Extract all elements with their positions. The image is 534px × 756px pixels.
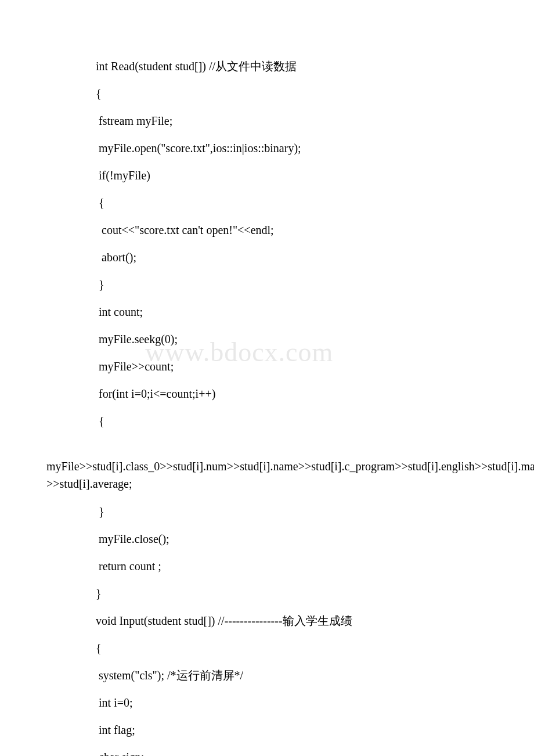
code-line: myFile.open("score.txt",ios::in|ios::bin… — [46, 140, 488, 156]
code-line: if(!myFile) — [46, 167, 488, 183]
document-content: int Read(student stud[]) //从文件中读数据 { fst… — [0, 0, 534, 756]
code-line: { — [46, 413, 488, 429]
code-line: { — [46, 640, 488, 656]
code-line: myFile.seekg(0); — [46, 331, 488, 347]
code-line: int Read(student stud[]) //从文件中读数据 — [46, 58, 488, 74]
code-line: } — [46, 585, 488, 602]
code-line: } — [46, 503, 488, 520]
code-line: myFile>>count; — [46, 358, 488, 375]
code-line: system("cls"); /*运行前清屏*/ — [46, 667, 488, 683]
code-line: { — [46, 195, 488, 211]
code-line: for(int i=0;i<=count;i++) — [46, 386, 488, 402]
code-line: int i=0; — [46, 694, 488, 711]
code-line: abort(); — [46, 249, 488, 265]
code-line: int flag; — [46, 722, 488, 738]
code-line: myFile.close(); — [46, 531, 488, 547]
code-line: { — [46, 85, 488, 102]
code-line: fstream myFile; — [46, 113, 488, 129]
code-line: cout<<"score.txt can't open!"<<endl; — [46, 222, 488, 238]
code-line: char sign; — [46, 749, 488, 756]
code-line-wrapped: myFile>>stud[i].class_0>>stud[i].num>>st… — [46, 440, 488, 492]
code-line: int count; — [46, 304, 488, 320]
code-line: } — [46, 276, 488, 293]
code-line: return count ; — [46, 558, 488, 574]
code-line: void Input(student stud[]) //-----------… — [46, 613, 488, 629]
